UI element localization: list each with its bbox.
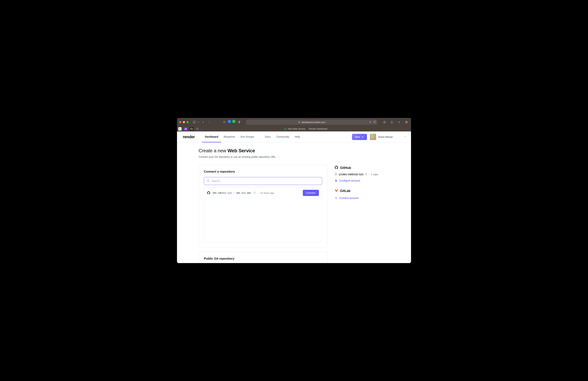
public-repo-card: Public Git repository Use a public repos… bbox=[199, 252, 327, 263]
browser-window: dashboard.render.com m ed New Web Servic… bbox=[177, 118, 411, 263]
github-account-link[interactable]: @GMU-SWE432-S23 bbox=[339, 173, 363, 176]
github-repo-count: 1 repo bbox=[371, 173, 378, 176]
user-name: Kevin Moran bbox=[378, 135, 393, 138]
connect-repo-heading: Connect a repository bbox=[204, 170, 322, 173]
extension-blue-icon[interactable] bbox=[228, 120, 231, 123]
repo-row: GMU-SWE432-S23 / SWE-432-HW2 • bbox=[204, 188, 322, 198]
tab-title-text-left: New Web Service bbox=[288, 127, 305, 130]
chevron-down-icon bbox=[404, 135, 406, 138]
repo-list: GMU-SWE432-S23 / SWE-432-HW2 • bbox=[204, 187, 322, 242]
repo-name[interactable]: GMU-SWE432-S23 / SWE-432-HW2 bbox=[212, 191, 251, 194]
github-title: GitHub bbox=[340, 166, 351, 170]
public-repo-heading: Public Git repository bbox=[204, 257, 322, 260]
new-button[interactable]: New bbox=[352, 134, 367, 140]
repo-updated: 21 hours ago bbox=[260, 191, 274, 194]
svg-point-14 bbox=[207, 180, 209, 182]
nav-help[interactable]: Help bbox=[292, 131, 303, 142]
nav-divider bbox=[259, 134, 260, 140]
search-icon bbox=[207, 179, 210, 183]
svg-point-28 bbox=[336, 180, 337, 181]
svg-rect-8 bbox=[406, 122, 408, 123]
reload-icon[interactable] bbox=[373, 121, 376, 124]
cloud-extension-icon[interactable] bbox=[222, 120, 227, 125]
new-tab-icon[interactable] bbox=[397, 120, 401, 125]
repo-repo: SWE-432-HW2 bbox=[236, 191, 251, 194]
repo-search-input[interactable] bbox=[204, 177, 322, 185]
nav-blueprints[interactable]: Blueprints bbox=[221, 131, 238, 142]
gitlab-heading: GitLab bbox=[335, 189, 389, 193]
nav-dashboard[interactable]: Dashboard bbox=[202, 131, 221, 142]
private-lock-icon bbox=[253, 191, 256, 194]
window-controls bbox=[179, 121, 189, 123]
tabs-overview-icon[interactable] bbox=[404, 120, 409, 125]
svg-line-15 bbox=[209, 181, 209, 182]
close-window-button[interactable] bbox=[179, 121, 181, 123]
svg-rect-9 bbox=[405, 121, 407, 123]
github-heading: GitHub bbox=[335, 166, 389, 170]
extensions-row bbox=[222, 120, 241, 125]
sidebar-toggle-icon[interactable] bbox=[192, 120, 197, 125]
favorite-1[interactable]: m bbox=[177, 126, 183, 131]
github-account-line: @GMU-SWE432-S23 • 1 repo bbox=[335, 173, 389, 176]
repo-owner: GMU-SWE432-S23 bbox=[212, 191, 232, 194]
gitlab-icon bbox=[335, 189, 338, 193]
chevron-down-icon[interactable] bbox=[197, 120, 200, 125]
new-button-label: New bbox=[355, 135, 360, 138]
plus-icon bbox=[361, 136, 364, 138]
downloads-icon[interactable] bbox=[382, 120, 387, 125]
plus-icon bbox=[335, 196, 337, 199]
repo-meta: • 21 hours ago bbox=[258, 191, 274, 194]
audio-icon[interactable] bbox=[369, 121, 372, 124]
svg-rect-0 bbox=[193, 121, 195, 123]
address-bar[interactable]: dashboard.render.com bbox=[246, 120, 377, 125]
user-menu[interactable]: Kevin Moran bbox=[378, 135, 406, 138]
main-nav: Dashboard Blueprints Env Groups Docs Com… bbox=[202, 131, 303, 142]
browser-toolbar: dashboard.render.com bbox=[177, 118, 411, 126]
shield-icon[interactable] bbox=[237, 120, 241, 125]
app-viewport: render Dashboard Blueprints Env Groups D… bbox=[177, 131, 411, 263]
svg-rect-10 bbox=[285, 128, 286, 129]
slash: / bbox=[233, 191, 234, 194]
minimize-window-button[interactable] bbox=[183, 121, 185, 123]
sliders-icon bbox=[335, 179, 337, 182]
nav-env-groups[interactable]: Env Groups bbox=[238, 131, 257, 142]
sidebar: GitHub @GMU-SWE432-S23 • 1 repo Configur… bbox=[335, 165, 389, 199]
svg-rect-16 bbox=[254, 192, 255, 193]
forward-button[interactable] bbox=[207, 120, 211, 125]
back-button[interactable] bbox=[201, 120, 206, 125]
svg-rect-17 bbox=[335, 173, 336, 175]
tab-title-sep: · bbox=[307, 127, 307, 130]
share-icon[interactable] bbox=[389, 120, 394, 125]
avatar[interactable] bbox=[370, 134, 376, 140]
nav-docs[interactable]: Docs bbox=[262, 131, 273, 142]
favorite-2[interactable]: ed bbox=[183, 126, 189, 131]
github-icon bbox=[335, 166, 338, 170]
connect-repo-button[interactable]: Connect bbox=[303, 190, 319, 196]
connect-gitlab-label: Connect account bbox=[339, 196, 358, 199]
extension-green-icon[interactable] bbox=[232, 120, 235, 123]
page-title-strong: Web Service bbox=[228, 148, 255, 153]
svg-rect-2 bbox=[299, 122, 300, 123]
configure-github-link[interactable]: Configure account bbox=[335, 179, 389, 182]
connect-gitlab-link[interactable]: Connect account bbox=[335, 196, 389, 199]
svg-point-27 bbox=[335, 180, 336, 180]
nav-community[interactable]: Community bbox=[273, 131, 292, 142]
page-subtitle: Connect your Git repository or use an ex… bbox=[199, 155, 389, 158]
render-logo[interactable]: render bbox=[183, 135, 195, 139]
render-favicon-icon bbox=[284, 128, 287, 130]
tab-title-text-right: Render Dashboard bbox=[309, 127, 327, 130]
browser-tabstrip: m ed New Web Service · Render Dashboard bbox=[177, 126, 411, 131]
fullscreen-window-button[interactable] bbox=[187, 121, 189, 123]
connect-repo-card: Connect a repository bbox=[199, 165, 327, 248]
page-title-prefix: Create a new bbox=[199, 148, 228, 153]
external-link-icon[interactable] bbox=[365, 173, 367, 176]
org-icon bbox=[335, 173, 337, 176]
favorite-3[interactable] bbox=[189, 126, 194, 131]
favorite-4[interactable] bbox=[194, 126, 200, 131]
page-title: Create a new Web Service bbox=[199, 148, 389, 154]
svg-point-29 bbox=[336, 181, 336, 182]
configure-github-label: Configure account bbox=[339, 179, 360, 182]
tab-title[interactable]: New Web Service · Render Dashboard bbox=[200, 126, 411, 131]
app-header: render Dashboard Blueprints Env Groups D… bbox=[177, 131, 411, 142]
address-text: dashboard.render.com bbox=[301, 121, 325, 124]
